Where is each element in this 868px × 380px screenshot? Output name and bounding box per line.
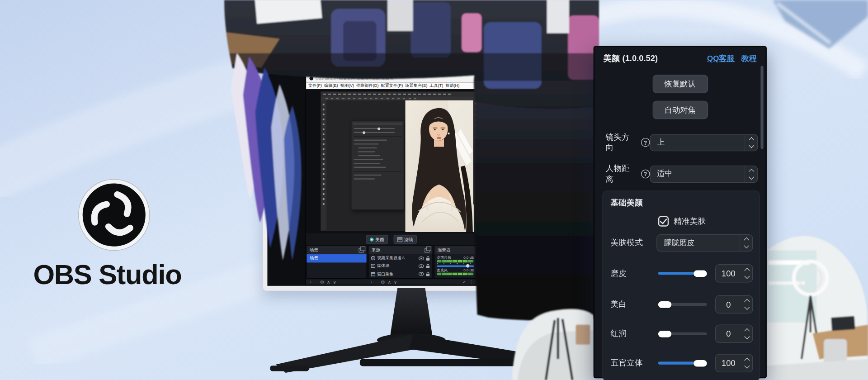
ps-menubar [321,92,476,96]
precise-skin-checkbox[interactable] [658,216,669,227]
popout-icon[interactable] [425,248,429,252]
filter-dock-tab-label: 滤镜 [404,236,413,242]
add-icon[interactable]: + [309,280,312,285]
skin-mode-select[interactable]: 朦胧磨皮 [656,234,753,252]
more-icon[interactable]: ⋮ [469,280,473,285]
restore-defaults-button[interactable]: 恢复默认 [652,75,708,93]
db-value: 0.0 dB [463,268,474,273]
camera-direction-row: 镜头方向 ? 上 [606,132,758,153]
chevron-down-icon [749,174,754,180]
scenes-dock-header[interactable]: 场景 [307,246,366,254]
select-chevrons [745,166,757,182]
mixer-channel-mic[interactable]: 麦克风 0.0 dB [434,267,476,275]
chevron-up-icon [749,137,754,142]
mixer-channel-desktop[interactable]: 桌面音频 0.0 dB [434,254,476,267]
ps-options-bar [321,96,476,100]
db-value: 0.0 dB [463,255,474,260]
chevron-up-icon[interactable] [744,328,750,334]
help-icon[interactable]: ? [641,170,650,179]
menu-scene-collection[interactable]: 场景集合(S) [405,83,427,89]
camera-direction-select[interactable]: 上 [650,134,758,151]
chevron-up-icon[interactable] [744,299,750,304]
rosy-row: 红润 0 [611,325,753,343]
filter-icon [397,237,402,242]
ps-panel-tabs [473,100,476,204]
beauty-dock-tab[interactable]: 美颜 [366,235,388,244]
slider-thumb[interactable] [658,330,671,337]
scene-list-item-selected[interactable]: 场景 [307,254,366,262]
subject-distance-row: 人物距离 ? 适中 [606,163,758,185]
slider-thumb[interactable] [693,270,707,277]
whitening-row: 美白 0 [611,295,753,314]
filter-dock-tab[interactable]: 滤镜 [394,235,417,244]
menu-docks[interactable]: 停靠部件(D) [356,83,378,89]
remove-icon[interactable]: − [376,280,378,285]
chevron-down-icon[interactable] [744,304,750,310]
obs-logo [76,177,152,253]
menu-profile[interactable]: 配置文件(P) [381,83,403,89]
remove-icon[interactable]: − [315,280,317,285]
menu-tools[interactable]: 工具(T) [429,83,443,89]
gear-icon[interactable]: ⚙ [381,280,385,285]
eye-icon[interactable] [419,256,424,261]
select-chevrons [745,134,757,151]
eye-icon[interactable] [419,272,424,276]
lock-icon[interactable] [426,264,430,269]
tutorial-link[interactable]: 教程 [741,54,757,64]
facial-3d-slider[interactable] [658,360,707,367]
select-chevrons [740,235,752,251]
sources-dock-header[interactable]: 来源 [369,246,433,254]
add-icon[interactable]: + [370,280,373,285]
chevron-down-icon[interactable] [744,363,750,369]
facial-3d-row: 五官立体 100 [611,354,753,372]
basic-beauty-title: 基础美颜 [611,198,753,208]
qq-support-link[interactable]: QQ客服 [707,54,735,64]
source-row-camera[interactable]: 视频采集设备A [369,254,433,262]
chevron-down-icon[interactable] [744,273,750,279]
smoothing-slider[interactable] [658,270,707,277]
chevron-up-icon [744,238,749,243]
eye-icon[interactable] [419,264,424,268]
ps-floating-panel [351,120,404,210]
menu-help[interactable]: 帮助(H) [445,83,459,89]
chevron-down-icon[interactable] [744,334,750,339]
move-up-icon[interactable]: ∧ [327,280,330,285]
camera-icon [371,256,375,261]
sources-dock: 来源 视频采集设备A 媒体源 窗口采集 [368,245,433,278]
subject-distance-label: 人物距离 [606,163,638,185]
slider-thumb[interactable] [658,301,671,308]
lock-icon[interactable] [426,271,430,276]
whitening-value-spinner[interactable]: 0 [715,295,753,314]
menu-edit[interactable]: 编辑(E) [324,83,338,89]
smoothing-value-spinner[interactable]: 100 [715,264,753,282]
autofocus-button[interactable]: 自动对焦 [652,101,708,119]
chevron-up-icon[interactable] [744,357,750,363]
panel-scrollbar[interactable] [760,66,763,149]
gear-icon[interactable]: ⚙ [320,280,324,285]
source-row-media[interactable]: 媒体源 [369,262,433,271]
rosy-value-spinner[interactable]: 0 [715,325,753,343]
check-icon[interactable]: ✓ [462,280,466,285]
menu-view[interactable]: 视图(V) [340,83,354,89]
lock-icon[interactable] [426,256,430,261]
chevron-up-icon[interactable] [744,268,750,273]
move-down-icon[interactable]: ∨ [333,280,336,285]
obs-titlebar[interactable]: OBS 29.1.3 - 配置文件: 未命名 - 场景: 未命名 [306,74,476,82]
volume-slider[interactable] [437,266,474,267]
move-up-icon[interactable]: ∧ [388,280,391,285]
camera-direction-label: 镜头方向 [606,132,638,153]
obs-menubar: 文件(F) 编辑(E) 视图(V) 停靠部件(D) 配置文件(P) 场景集合(S… [306,82,476,89]
menu-file[interactable]: 文件(F) [308,83,322,89]
rosy-slider[interactable] [658,330,707,337]
move-down-icon[interactable]: ∨ [394,280,397,285]
whitening-slider[interactable] [658,301,707,308]
subject-distance-select[interactable]: 适中 [650,166,758,183]
facial-3d-value-spinner[interactable]: 100 [715,354,753,372]
popout-icon[interactable] [359,248,363,252]
mixer-dock-header[interactable]: 混音器 [434,246,476,254]
obs-window: OBS 29.1.3 - 配置文件: 未命名 - 场景: 未命名 文件(F) 编… [306,74,477,285]
slider-thumb[interactable] [693,360,707,366]
help-icon[interactable]: ? [641,138,650,147]
source-row-window[interactable]: 窗口采集 [369,270,433,278]
precise-skin-row: 精准美肤 [658,216,753,227]
